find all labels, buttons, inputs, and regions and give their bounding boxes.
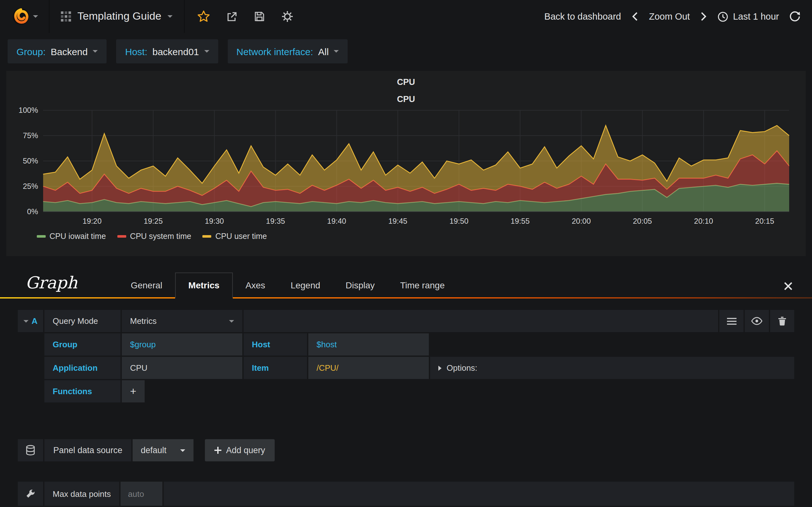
settings-gear-icon[interactable] xyxy=(281,10,294,23)
navbar: Templating Guide xyxy=(0,0,812,33)
max-data-points-input[interactable]: auto xyxy=(120,482,162,506)
legend-item[interactable]: CPU system time xyxy=(117,232,191,241)
datasource-dropdown[interactable]: default xyxy=(133,439,194,461)
item-value: /CPU/ xyxy=(316,363,339,373)
query-mode-label: Query Mode xyxy=(44,310,120,332)
share-icon[interactable] xyxy=(225,10,238,23)
group-value: $group xyxy=(130,340,156,349)
variable-value: backend01 xyxy=(153,46,199,57)
application-input[interactable]: CPU xyxy=(122,357,242,379)
dropdown-caret-icon xyxy=(229,320,234,322)
variable-group-dropdown[interactable]: Group: Backend xyxy=(8,39,107,63)
editor-body: A Query Mode Metrics xyxy=(0,298,812,506)
variable-host-dropdown[interactable]: Host: backend01 xyxy=(116,39,218,63)
y-tick-label: 100% xyxy=(19,106,38,114)
refresh-icon xyxy=(789,11,801,22)
chevron-down-icon xyxy=(93,50,98,53)
query-row-application-item: Application CPU Item /CPU/ Options: xyxy=(44,357,794,379)
x-tick-label: 20:10 xyxy=(694,217,713,225)
legend-label: CPU iowait time xyxy=(49,232,106,241)
database-icon xyxy=(26,445,36,456)
back-to-dashboard-button[interactable]: Back to dashboard xyxy=(544,11,621,21)
host-label: Host xyxy=(244,333,307,355)
panel-title[interactable]: CPU xyxy=(14,73,798,89)
legend-swatch xyxy=(203,235,212,238)
plus-icon xyxy=(215,447,222,454)
item-input[interactable]: /CPU/ xyxy=(308,357,429,379)
grafana-logo-icon xyxy=(11,7,30,26)
add-query-button[interactable]: Add query xyxy=(205,439,275,461)
query-ref-letter: A xyxy=(32,316,38,326)
dashboard-grid-icon xyxy=(61,11,71,21)
logo-caret-icon xyxy=(33,15,38,18)
chevron-right-icon xyxy=(700,11,708,21)
y-tick-label: 75% xyxy=(23,131,38,140)
title-caret-icon xyxy=(168,15,173,18)
query-ref-toggle[interactable]: A xyxy=(18,310,43,332)
dashboard-title: Templating Guide xyxy=(78,10,161,23)
tab-general[interactable]: General xyxy=(118,273,175,297)
trash-icon xyxy=(778,316,786,326)
query-menu-button[interactable] xyxy=(719,310,744,332)
query-row-functions: Functions + xyxy=(44,380,794,402)
time-back-chevron[interactable] xyxy=(631,11,639,21)
tab-axes[interactable]: Axes xyxy=(233,273,278,297)
query-delete-button[interactable] xyxy=(770,310,794,332)
time-forward-chevron[interactable] xyxy=(700,11,708,21)
eye-icon xyxy=(751,317,763,325)
close-editor-button[interactable] xyxy=(783,281,797,297)
x-tick-label: 19:35 xyxy=(266,217,285,225)
legend-label: CPU system time xyxy=(130,232,191,241)
variable-value: Backend xyxy=(51,46,88,57)
add-function-button[interactable]: + xyxy=(122,380,145,402)
datasource-value: default xyxy=(141,446,166,455)
x-tick-label: 19:45 xyxy=(388,217,407,225)
query-row-filler xyxy=(244,310,718,332)
group-input[interactable]: $group xyxy=(122,333,242,355)
tab-time-range[interactable]: Time range xyxy=(387,273,457,297)
application-label: Application xyxy=(44,357,120,379)
query-mode-dropdown[interactable]: Metrics xyxy=(122,310,242,332)
tab-legend[interactable]: Legend xyxy=(278,273,333,297)
datasource-row: Panel data source default Add query xyxy=(18,439,794,461)
navbar-right: Back to dashboard Zoom Out Last 1 hour xyxy=(544,11,812,22)
legend-label: CPU user time xyxy=(215,232,267,241)
save-icon[interactable] xyxy=(253,10,266,23)
grafana-menu-button[interactable] xyxy=(0,0,49,33)
y-tick-label: 0% xyxy=(27,207,38,216)
variable-label: Network interface: xyxy=(236,46,313,57)
options-toggle[interactable]: Options: xyxy=(430,357,794,379)
tab-metrics[interactable]: Metrics xyxy=(175,273,233,298)
time-picker-button[interactable]: Last 1 hour xyxy=(718,11,779,22)
x-tick-label: 19:50 xyxy=(450,217,468,225)
host-input[interactable]: $host xyxy=(308,333,429,355)
mdp-row-filler xyxy=(164,482,794,506)
star-icon[interactable] xyxy=(198,10,210,23)
datasource-label: Panel data source xyxy=(44,439,131,461)
variable-label: Host: xyxy=(125,46,147,57)
y-tick-label: 25% xyxy=(23,182,38,190)
x-tick-label: 20:00 xyxy=(571,217,591,225)
refresh-button[interactable] xyxy=(789,11,801,22)
x-tick-label: 19:25 xyxy=(144,217,163,225)
dashboard-title-button[interactable]: Templating Guide xyxy=(49,0,185,33)
variable-label: Group: xyxy=(16,46,46,57)
editor-header: Graph General Metrics Axes Legend Displa… xyxy=(0,273,812,297)
hamburger-menu-icon xyxy=(727,317,736,325)
tab-display[interactable]: Display xyxy=(333,273,388,297)
cpu-chart-svg[interactable]: 0%25%50%75%100%19:2019:2519:3019:3519:40… xyxy=(14,105,798,229)
host-value: $host xyxy=(316,340,337,349)
zoom-out-button[interactable]: Zoom Out xyxy=(649,11,690,21)
legend-item[interactable]: CPU user time xyxy=(203,232,267,241)
chart-title: CPU xyxy=(14,89,798,105)
chevron-down-icon xyxy=(204,50,209,53)
legend-item[interactable]: CPU iowait time xyxy=(37,232,106,241)
panel-editor: Graph General Metrics Axes Legend Displa… xyxy=(0,273,812,506)
x-tick-label: 19:40 xyxy=(327,217,346,225)
panel-type-label: Graph xyxy=(15,273,93,297)
editor-tabs: General Metrics Axes Legend Display Time… xyxy=(118,273,457,297)
x-tick-label: 19:55 xyxy=(511,217,530,225)
chevron-left-icon xyxy=(631,11,639,21)
query-toggle-visibility-button[interactable] xyxy=(745,310,769,332)
variable-netif-dropdown[interactable]: Network interface: All xyxy=(227,39,348,63)
